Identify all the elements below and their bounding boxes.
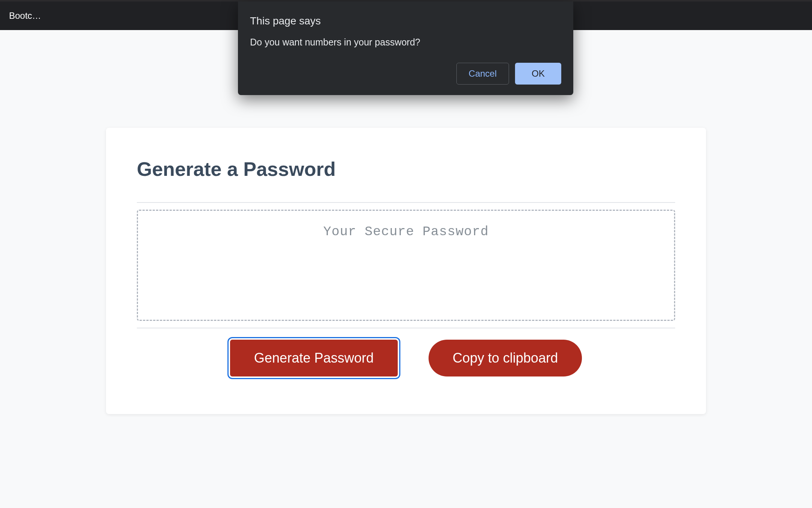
password-output-box: Your Secure Password — [137, 210, 675, 321]
divider — [137, 202, 675, 203]
generate-password-button[interactable]: Generate Password — [230, 340, 398, 376]
dialog-title: This page says — [250, 15, 561, 27]
copy-to-clipboard-button[interactable]: Copy to clipboard — [429, 340, 582, 376]
password-placeholder-text: Your Secure Password — [145, 224, 667, 239]
divider — [137, 328, 675, 328]
ok-button[interactable]: OK — [515, 63, 561, 85]
page-title: Generate a Password — [137, 158, 675, 180]
dialog-message: Do you want numbers in your password? — [250, 37, 561, 48]
cancel-button[interactable]: Cancel — [456, 63, 509, 85]
confirm-dialog: This page says Do you want numbers in yo… — [238, 2, 573, 95]
dialog-button-row: Cancel OK — [250, 63, 561, 85]
password-generator-card: Generate a Password Your Secure Password… — [106, 128, 706, 414]
browser-tab[interactable]: Bootc… — [4, 7, 46, 25]
button-row: Generate Password Copy to clipboard — [137, 340, 675, 376]
